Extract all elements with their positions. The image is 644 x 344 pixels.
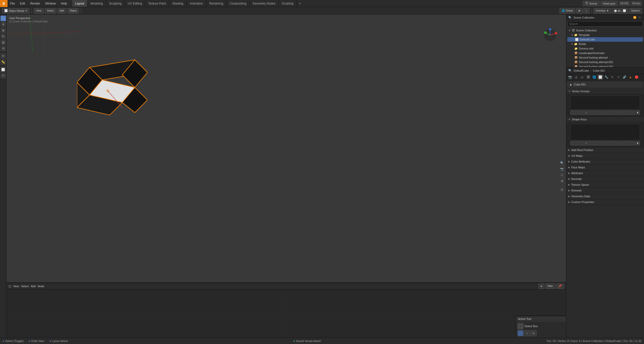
move-tool[interactable]: ⊕: [1, 28, 6, 33]
select-tool[interactable]: ↖: [1, 16, 6, 21]
new-material-button[interactable]: New: [545, 283, 555, 289]
transform-tool[interactable]: ⟲: [1, 46, 6, 51]
add-cube-tool[interactable]: ⬜: [1, 67, 6, 72]
props-tab-constraints[interactable]: 🔗: [622, 74, 627, 80]
tab-animation[interactable]: Animation: [187, 0, 206, 7]
viewport-shading[interactable]: ⬤ ◑ □ ⬜: [612, 8, 628, 14]
outliner-item-template[interactable]: ▼ 📁 Template: [567, 33, 643, 37]
props-tab-scene[interactable]: 🎬: [585, 74, 591, 80]
node-select-menu[interactable]: Select: [21, 285, 29, 288]
scene-selector[interactable]: 🎬 Scene: [583, 1, 599, 6]
sk-remove-button[interactable]: -: [603, 141, 635, 145]
texture-space-header[interactable]: ▶ Texture Space: [566, 182, 644, 187]
overlay-button[interactable]: Overlays ▼: [593, 8, 611, 14]
cursor-tool[interactable]: ✛: [1, 22, 6, 27]
view-layer-selector[interactable]: ViewLayer: [600, 1, 618, 6]
menu-help[interactable]: Help: [58, 0, 70, 7]
object-menu[interactable]: Object: [67, 8, 79, 14]
select-box-icon[interactable]: ⬚: [517, 323, 524, 329]
menu-edit[interactable]: Edit: [17, 0, 28, 7]
outliner-filter-button[interactable]: 🔽: [632, 15, 637, 20]
engine-selector[interactable]: EEVEE: [619, 1, 630, 6]
pin-button[interactable]: 📌: [556, 283, 564, 289]
render-preview-button[interactable]: ◎: [559, 187, 565, 192]
attributes-header[interactable]: ▶ Attributes: [566, 170, 644, 176]
outliner-item-attempt3[interactable]: 📦 Second fucking attempt.002: [567, 64, 643, 67]
node-add-menu[interactable]: Add: [31, 285, 36, 288]
menu-file[interactable]: File: [8, 0, 17, 7]
remesh-header[interactable]: ▶ Remesh: [566, 188, 644, 193]
normals-header[interactable]: ▶ Normals: [566, 176, 644, 182]
color-attributes-header[interactable]: ▶ Color Attributes: [566, 159, 644, 164]
select-box-mode-icon[interactable]: ⬚: [517, 330, 524, 336]
add-rest-position-header[interactable]: ▶ Add Rest Position: [566, 147, 644, 153]
vg-settings-button[interactable]: ▼: [635, 110, 640, 115]
proportional-edit[interactable]: ○: [583, 8, 590, 14]
render-button[interactable]: Render: [631, 1, 642, 6]
outliner-item-builds[interactable]: ▼ 📁 Builds: [567, 42, 643, 46]
select-circle-mode-icon[interactable]: ○: [524, 330, 530, 336]
outliner-item-defaultcube[interactable]: ⬜ DefaultCube: [567, 37, 643, 42]
options-button[interactable]: Options: [629, 8, 642, 14]
tab-modeling[interactable]: Modeling: [88, 0, 106, 7]
measure-tool[interactable]: 📏: [1, 59, 6, 65]
edit-tool[interactable]: ✂: [1, 73, 6, 78]
annotate-tool[interactable]: ✏: [1, 53, 6, 59]
vg-remove-button[interactable]: -: [603, 110, 635, 115]
props-tab-object[interactable]: ⬜: [597, 74, 603, 80]
geometry-data-header[interactable]: ▶ Geometry Data: [566, 193, 644, 199]
tab-uv-editing[interactable]: UV Editing: [125, 0, 145, 7]
mode-selector[interactable]: ⬜ Object Mode ▼: [2, 8, 29, 14]
tab-sculpting[interactable]: Sculpting: [106, 0, 125, 7]
props-tab-physics[interactable]: ⚛: [616, 74, 621, 80]
outliner-item-attempt2[interactable]: 📦 Second fucking attempt.001: [567, 60, 643, 64]
uv-maps-header[interactable]: ▶ UV Maps: [566, 153, 644, 159]
outliner-search-input[interactable]: [567, 21, 643, 27]
shape-keys-header[interactable]: ▼ Shape Keys: [566, 117, 644, 122]
sk-add-button[interactable]: +: [570, 141, 602, 145]
view-menu[interactable]: View: [34, 8, 44, 14]
outliner-item-dummy[interactable]: 📁 Dummy shit: [567, 46, 643, 51]
props-tab-output[interactable]: 🖨: [573, 74, 579, 80]
sk-settings-button[interactable]: ▼: [635, 141, 640, 145]
tab-compositing[interactable]: Compositing: [226, 0, 250, 7]
props-tab-material[interactable]: 🔴: [634, 74, 639, 80]
node-material-slot[interactable]: ●: [538, 283, 544, 289]
zoom-in-button[interactable]: 🔍: [559, 160, 565, 166]
vg-add-button[interactable]: +: [570, 110, 602, 115]
snap-button[interactable]: ⊕: [576, 8, 583, 14]
rotate-tool[interactable]: ↻: [1, 34, 6, 39]
props-tab-render[interactable]: 📷: [567, 74, 573, 80]
tab-layout[interactable]: Layout: [72, 0, 88, 7]
props-tab-data[interactable]: ▲: [628, 74, 633, 80]
menu-render[interactable]: Render: [28, 0, 43, 7]
props-tab-world[interactable]: 🌐: [591, 74, 597, 80]
props-tab-particles[interactable]: ✦: [610, 74, 615, 80]
custom-props-header[interactable]: ▶ Custom Properties: [566, 199, 644, 205]
add-workspace-tab-button[interactable]: +: [297, 0, 303, 7]
transform-global[interactable]: 🌐 Global: [559, 8, 575, 14]
props-tab-modifier[interactable]: 🔧: [603, 74, 609, 80]
props-tab-view-layer[interactable]: 🗂: [579, 74, 585, 80]
outliner-item-scene-collection[interactable]: ▼ 🎬 Scene Collection: [567, 28, 643, 33]
outliner-item-attempt1[interactable]: 📦 Second fucking attempt: [567, 55, 643, 60]
add-menu[interactable]: Add: [57, 8, 66, 14]
local-view-button[interactable]: ⬡: [559, 172, 565, 178]
select-menu[interactable]: Select: [45, 8, 56, 14]
outliner-item-landscape[interactable]: 📦 LandscapeGenerator: [567, 51, 643, 55]
select-lasso-mode-icon[interactable]: ∿: [531, 330, 537, 336]
scale-tool[interactable]: ⊞: [1, 40, 6, 45]
tab-texture-paint[interactable]: Texture Paint: [145, 0, 169, 7]
menu-window[interactable]: Window: [43, 0, 58, 7]
show-gizmo-button[interactable]: ⊕: [559, 178, 565, 184]
tab-shading[interactable]: Shading: [169, 0, 187, 7]
tab-geometry-nodes[interactable]: Geometry Nodes: [250, 0, 279, 7]
vertex-groups-header[interactable]: ▼ Vertex Groups: [566, 88, 644, 94]
tab-rendering[interactable]: Rendering: [206, 0, 226, 7]
tab-scripting[interactable]: Scripting: [279, 0, 297, 7]
node-view-menu[interactable]: View: [13, 285, 19, 288]
node-editor-body[interactable]: [7, 289, 566, 338]
face-maps-header[interactable]: ▶ Face Maps: [566, 165, 644, 170]
outliner-sync-button[interactable]: ⟳: [637, 15, 642, 20]
node-node-menu[interactable]: Node: [38, 285, 44, 288]
